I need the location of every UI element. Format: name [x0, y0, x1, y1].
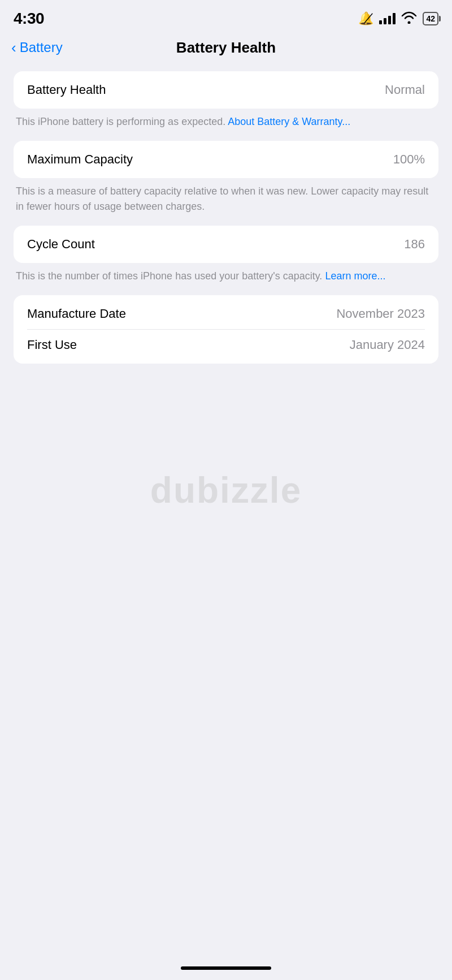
manufacture-date-value: November 2023: [336, 306, 425, 321]
learn-more-link[interactable]: Learn more...: [325, 270, 385, 282]
home-indicator: [181, 966, 271, 970]
status-bar: 4:30 🔔̸ 42: [0, 0, 452, 34]
back-label: Battery: [20, 40, 63, 55]
nav-header: ‹ Battery Battery Health: [0, 34, 452, 67]
manufacture-date-label: Manufacture Date: [27, 306, 126, 321]
back-chevron-icon: ‹: [11, 40, 16, 55]
signal-icon: [379, 13, 395, 24]
wifi-icon: [401, 11, 417, 27]
status-time: 4:30: [14, 10, 44, 28]
cycle-count-description: This is the number of times iPhone has u…: [16, 269, 436, 284]
maximum-capacity-row: Maximum Capacity 100%: [27, 152, 425, 167]
dates-card: Manufacture Date November 2023 First Use…: [14, 295, 438, 364]
first-use-label: First Use: [27, 338, 77, 352]
battery-health-label: Battery Health: [27, 83, 106, 97]
card-divider: [27, 329, 425, 330]
cycle-count-row: Cycle Count 186: [27, 237, 425, 252]
battery-health-row: Battery Health Normal: [27, 83, 425, 97]
content-area: Battery Health Normal This iPhone batter…: [0, 67, 452, 373]
maximum-capacity-label: Maximum Capacity: [27, 152, 133, 167]
cycle-count-label: Cycle Count: [27, 237, 95, 252]
cycle-count-card: Cycle Count 186: [14, 226, 438, 263]
maximum-capacity-card: Maximum Capacity 100%: [14, 141, 438, 178]
cycle-count-value: 186: [404, 237, 425, 252]
battery-health-card: Battery Health Normal: [14, 71, 438, 109]
maximum-capacity-description: This is a measure of battery capacity re…: [16, 184, 436, 214]
bell-muted-icon: 🔔̸: [358, 11, 373, 26]
page-title: Battery Health: [176, 39, 276, 57]
manufacture-date-row: Manufacture Date November 2023: [27, 306, 425, 321]
status-icons: 🔔̸ 42: [358, 11, 438, 27]
battery-percent: 42: [426, 14, 435, 23]
back-button[interactable]: ‹ Battery: [11, 40, 63, 55]
battery-health-value: Normal: [385, 83, 425, 97]
battery-icon: 42: [423, 12, 438, 25]
battery-warranty-link[interactable]: About Battery & Warranty...: [228, 116, 350, 127]
first-use-row: First Use January 2024: [27, 338, 425, 352]
battery-health-description: This iPhone battery is performing as exp…: [16, 114, 436, 129]
first-use-value: January 2024: [350, 338, 425, 352]
maximum-capacity-value: 100%: [393, 152, 425, 167]
watermark: dubizzle: [150, 469, 302, 511]
